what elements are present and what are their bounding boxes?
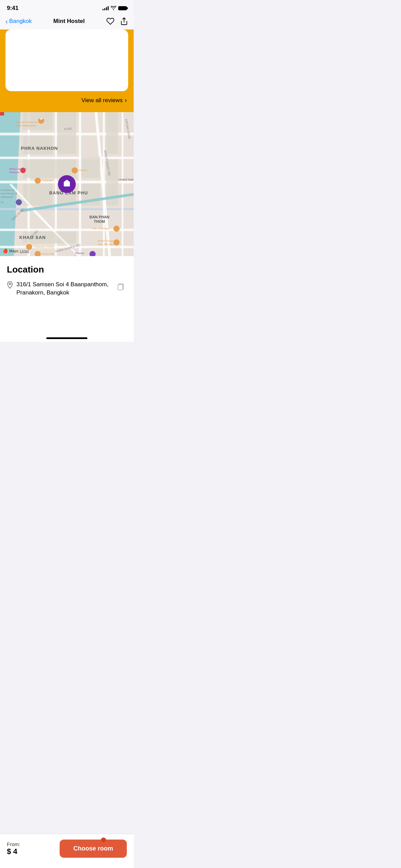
copy-address-button[interactable] xyxy=(114,280,127,294)
svg-text:restaurant: restaurant xyxy=(1,195,13,198)
home-bar xyxy=(46,337,87,339)
svg-text:PHRA NAKHON: PHRA NAKHON xyxy=(21,146,58,151)
view-all-reviews-row: View all reviews › xyxy=(0,91,134,105)
location-section: Location 316/1 Samsen Soi 4 Baanpanthom,… xyxy=(0,256,134,335)
svg-text:Jazz Boutique: Jazz Boutique xyxy=(98,243,115,246)
svg-point-71 xyxy=(9,283,11,285)
favorite-button[interactable] xyxy=(106,17,114,25)
reviews-section: View all reviews › xyxy=(0,29,134,112)
signal-icon xyxy=(102,6,109,10)
svg-text:Phan Restaurant: Phan Restaurant xyxy=(15,124,36,127)
svg-text:Prasuri: Prasuri xyxy=(75,252,84,255)
svg-rect-16 xyxy=(23,135,52,154)
back-arrow-icon: ‹ xyxy=(5,17,8,25)
svg-text:w Myhouse: w Myhouse xyxy=(0,189,15,192)
svg-text:THOM: THOM xyxy=(94,219,105,224)
svg-text:Jok Po...: Jok Po... xyxy=(79,169,89,172)
review-card xyxy=(5,29,128,91)
svg-text:United Nations: United Nations xyxy=(118,178,134,181)
svg-text:Guest House: Guest House xyxy=(74,255,90,256)
svg-rect-23 xyxy=(81,157,100,178)
svg-text:Khaosan Center: Khaosan Center xyxy=(34,245,54,248)
nav-bar: ‹ Bangkok Mint Hostel xyxy=(0,14,134,29)
location-title: Location xyxy=(7,264,127,275)
svg-text:se: se xyxy=(1,201,4,204)
view-all-reviews-label: View all reviews xyxy=(81,97,123,104)
maps-label: Maps xyxy=(9,249,19,253)
chevron-right-icon: › xyxy=(125,97,127,104)
svg-text:Por. Pochaya: Por. Pochaya xyxy=(93,227,109,230)
svg-point-50 xyxy=(35,178,41,184)
svg-rect-17 xyxy=(57,112,76,154)
svg-rect-73 xyxy=(118,285,123,290)
back-label: Bangkok xyxy=(9,18,32,25)
status-time: 9:41 xyxy=(7,5,19,12)
maps-attribution: 🍎 Maps Legal xyxy=(3,249,29,253)
svg-rect-70 xyxy=(66,183,68,186)
battery-icon xyxy=(118,6,127,10)
svg-text:Rocco Bar: Rocco Bar xyxy=(42,252,55,255)
hostel-pin[interactable] xyxy=(58,175,76,193)
svg-point-56 xyxy=(113,226,120,232)
location-address-text: 316/1 Samsen Soi 4 Baanpanthom,Pranakorn… xyxy=(16,280,108,297)
svg-text:nest House &: nest House & xyxy=(1,192,17,195)
wifi-icon xyxy=(111,6,116,11)
location-address-row: 316/1 Samsen Soi 4 Baanpanthom,Pranakorn… xyxy=(7,280,127,297)
svg-rect-47 xyxy=(0,112,4,116)
legal-link[interactable]: Legal xyxy=(20,249,29,253)
status-bar: 9:41 xyxy=(0,0,134,14)
nav-actions xyxy=(106,17,128,25)
map-section[interactable]: PHRA NAKHON BANG LAM PHU KHAO SAN BAN PH… xyxy=(0,112,134,256)
location-pin-icon xyxy=(7,281,13,290)
location-address-left: 316/1 Samsen Soi 4 Baanpanthom,Pranakorn… xyxy=(7,280,112,297)
svg-rect-11 xyxy=(79,112,81,256)
view-all-reviews-button[interactable]: View all reviews › xyxy=(81,97,127,104)
share-button[interactable] xyxy=(120,17,128,25)
svg-point-69 xyxy=(16,199,22,205)
svg-text:N RD.: N RD. xyxy=(64,127,73,131)
back-button[interactable]: ‹ Bangkok xyxy=(5,17,32,25)
svg-text:BAN PHAN: BAN PHAN xyxy=(89,215,109,219)
hostel-pin-icon xyxy=(63,179,71,189)
svg-point-44 xyxy=(72,167,78,173)
apple-logo: 🍎 xyxy=(3,249,8,253)
svg-rect-24 xyxy=(106,112,118,154)
page-title: Mint Hostel xyxy=(53,18,85,25)
svg-rect-4 xyxy=(0,157,134,159)
svg-text:Brown Sugar The: Brown Sugar The xyxy=(98,239,119,242)
home-indicator xyxy=(0,335,134,342)
svg-text:7-Eleven: 7-Eleven xyxy=(42,179,53,182)
status-icons xyxy=(102,6,127,11)
svg-text:🍽: 🍽 xyxy=(40,117,43,120)
svg-text:Bang Lamphu: Bang Lamphu xyxy=(9,167,26,170)
svg-text:Museum: Museum xyxy=(9,171,20,174)
svg-text:Kin Lom Chom Sa: Kin Lom Chom Sa xyxy=(15,121,38,124)
svg-rect-13 xyxy=(122,112,123,256)
